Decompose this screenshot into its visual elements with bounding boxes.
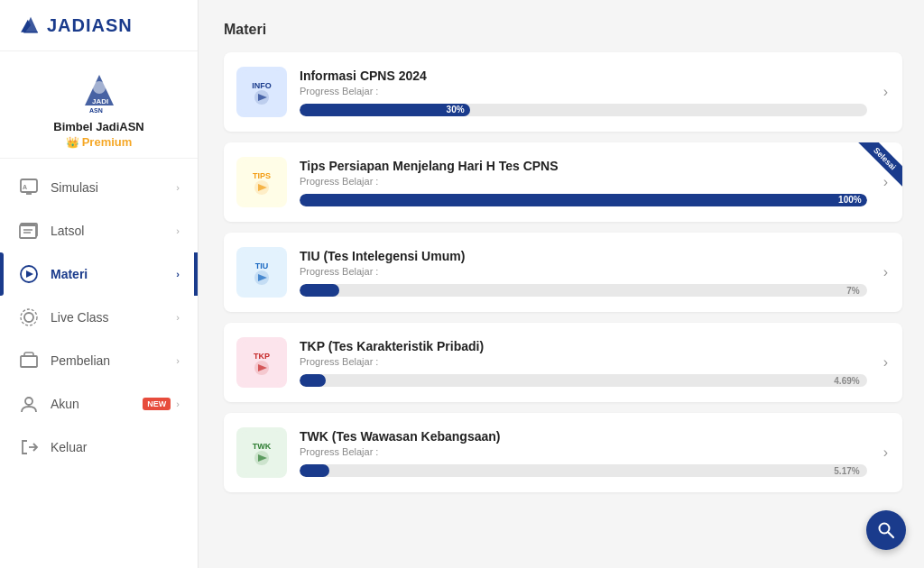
- svg-text:TIU: TIU: [255, 261, 269, 270]
- card-chevron-tiu[interactable]: ›: [883, 264, 888, 280]
- card-svg-tips-persiapan: TIPS: [240, 160, 283, 204]
- liveclass-chevron: ›: [176, 312, 180, 323]
- profile-badge: 👑 Premium: [66, 135, 133, 149]
- sidebar-item-liveclass[interactable]: Live Class ›: [0, 296, 198, 339]
- latsol-label: Latsol: [51, 224, 176, 238]
- card-tips-persiapan[interactable]: Selesai TIPS Tips Persiapan Menjelang Ha…: [224, 142, 902, 222]
- active-bar: [194, 252, 198, 296]
- akun-label: Akun: [51, 397, 143, 411]
- card-body-tips-persiapan: Tips Persiapan Menjelang Hari H Tes CPNS…: [300, 159, 867, 206]
- progress-fill-twk: [300, 464, 329, 477]
- materi-chevron: ›: [176, 269, 180, 279]
- card-svg-twk: TWK: [240, 431, 283, 474]
- sidebar-item-pembelian[interactable]: Pembelian ›: [0, 339, 198, 382]
- progress-bar-informasi-cpns: 30%: [300, 104, 867, 116]
- main-content: Materi INFO Informasi CPNS 2024 Progress…: [199, 0, 924, 568]
- sidebar-logo-area: JADIASN: [0, 0, 198, 51]
- profile-logo: JADI ASN: [76, 68, 123, 115]
- card-subtitle-tips-persiapan: Progress Belajar :: [300, 176, 867, 187]
- akun-new-badge: new: [143, 398, 171, 410]
- card-icon-tkp: TKP: [236, 337, 287, 388]
- progress-label-outside-tiu: 7%: [846, 285, 859, 295]
- card-chevron-tkp[interactable]: ›: [883, 354, 888, 371]
- card-title-tiu: TIU (Tes Intelegensi Umum): [300, 249, 867, 263]
- progress-label-outside-twk: 5.17%: [834, 465, 859, 475]
- card-body-informasi-cpns: Informasi CPNS 2024 Progress Belajar : 3…: [300, 69, 867, 116]
- simulasi-label: Simulasi: [51, 180, 176, 195]
- search-fab-icon: [877, 521, 895, 539]
- card-body-tiu: TIU (Tes Intelegensi Umum) Progress Bela…: [300, 249, 867, 297]
- card-twk[interactable]: TWK TWK (Tes Wawasan Kebangsaan) Progres…: [224, 413, 902, 492]
- card-chevron-twk[interactable]: ›: [883, 444, 888, 461]
- card-subtitle-tiu: Progress Belajar :: [300, 266, 867, 277]
- brand-logo: JADIASN: [18, 13, 180, 38]
- svg-point-4: [93, 81, 106, 94]
- progress-label-tips-persiapan: 100%: [838, 195, 862, 205]
- card-svg-tkp: TKP: [240, 341, 283, 384]
- materi-icon: [18, 263, 40, 285]
- svg-text:TWK: TWK: [253, 442, 272, 451]
- card-icon-informasi-cpns: INFO: [236, 67, 287, 117]
- card-body-tkp: TKP (Tes Karakteristik Pribadi) Progress…: [300, 339, 867, 387]
- search-fab-button[interactable]: [866, 510, 906, 550]
- simulasi-chevron: ›: [176, 182, 180, 193]
- card-icon-tips-persiapan: TIPS: [236, 157, 287, 207]
- svg-text:TIPS: TIPS: [253, 171, 271, 180]
- svg-point-17: [21, 309, 37, 325]
- progress-fill-tkp: [300, 374, 326, 387]
- card-informasi-cpns[interactable]: INFO Informasi CPNS 2024 Progress Belaja…: [224, 52, 902, 132]
- progress-bar-tiu: 7%: [300, 284, 867, 297]
- card-tiu[interactable]: TIU TIU (Tes Intelegensi Umum) Progress …: [224, 233, 902, 312]
- svg-point-16: [24, 313, 33, 322]
- liveclass-label: Live Class: [51, 310, 176, 325]
- svg-text:INFO: INFO: [252, 81, 272, 90]
- profile-avatar-icon: JADI ASN: [76, 68, 123, 115]
- sidebar-nav: A Simulasi › Latsol › Materi ›: [0, 159, 198, 568]
- simulasi-icon: A: [18, 177, 40, 198]
- card-svg-informasi-cpns: INFO: [240, 70, 283, 114]
- card-icon-twk: TWK: [236, 427, 287, 478]
- card-svg-tiu: TIU: [240, 251, 283, 294]
- keluar-icon: [18, 436, 40, 458]
- card-body-twk: TWK (Tes Wawasan Kebangsaan) Progress Be…: [300, 429, 867, 477]
- progress-fill-informasi-cpns: 30%: [300, 104, 470, 116]
- sidebar-item-simulasi[interactable]: A Simulasi ›: [0, 166, 198, 209]
- akun-icon: [18, 393, 40, 415]
- latsol-chevron: ›: [176, 225, 180, 236]
- logo-icon: [18, 13, 43, 38]
- keluar-label: Keluar: [51, 440, 180, 454]
- materi-label: Materi: [51, 267, 176, 281]
- page-title: Materi: [224, 22, 902, 38]
- crown-icon: 👑: [66, 136, 79, 149]
- selesai-banner: Selesai: [848, 142, 902, 197]
- svg-rect-11: [20, 225, 36, 238]
- card-icon-tiu: TIU: [236, 247, 287, 298]
- progress-bar-twk: 5.17%: [300, 464, 867, 477]
- card-subtitle-twk: Progress Belajar :: [300, 446, 867, 457]
- pembelian-chevron: ›: [176, 355, 180, 366]
- card-title-tips-persiapan: Tips Persiapan Menjelang Hari H Tes CPNS: [300, 159, 867, 173]
- progress-bar-tkp: 4.69%: [300, 374, 867, 387]
- sidebar-item-materi[interactable]: Materi ›: [0, 252, 198, 296]
- progress-label-outside-tkp: 4.69%: [834, 375, 859, 385]
- sidebar-profile: JADI ASN Bimbel JadiASN 👑 Premium: [0, 51, 198, 159]
- sidebar-item-akun[interactable]: Akun new ›: [0, 382, 198, 426]
- progress-fill-tiu: [300, 284, 339, 297]
- cards-container: INFO Informasi CPNS 2024 Progress Belaja…: [224, 52, 902, 492]
- card-title-tkp: TKP (Tes Karakteristik Pribadi): [300, 339, 867, 353]
- sidebar-item-keluar[interactable]: Keluar: [0, 426, 198, 469]
- latsol-icon: [18, 220, 40, 242]
- pembelian-label: Pembelian: [51, 353, 176, 368]
- card-title-informasi-cpns: Informasi CPNS 2024: [300, 69, 867, 83]
- sidebar-item-latsol[interactable]: Latsol ›: [0, 209, 198, 252]
- svg-line-42: [889, 533, 894, 538]
- brand-name: JADIASN: [47, 15, 133, 36]
- card-tkp[interactable]: TKP TKP (Tes Karakteristik Pribadi) Prog…: [224, 323, 902, 402]
- card-subtitle-tkp: Progress Belajar :: [300, 356, 867, 367]
- svg-text:JADI: JADI: [92, 97, 108, 105]
- card-chevron-informasi-cpns[interactable]: ›: [883, 84, 888, 100]
- pembelian-icon: [18, 350, 40, 371]
- svg-point-19: [25, 398, 32, 405]
- profile-name: Bimbel JadiASN: [53, 120, 143, 133]
- selesai-label: Selesai: [857, 142, 902, 187]
